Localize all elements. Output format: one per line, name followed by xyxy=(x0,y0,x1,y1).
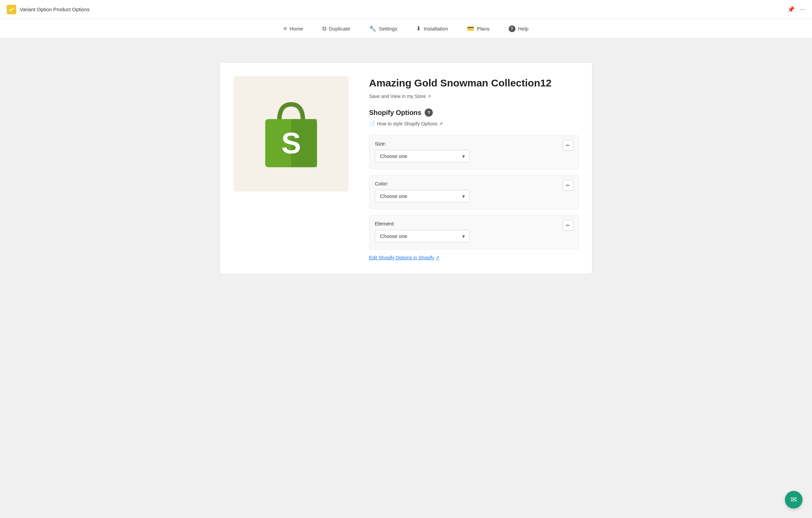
app-title: Variant Option Product Options xyxy=(20,6,90,12)
size-select[interactable]: Choose one xyxy=(375,150,470,162)
svg-text:S: S xyxy=(281,126,301,159)
topbar: Variant Option Product Options 📌 ··· xyxy=(0,0,812,19)
product-info: Amazing Gold Snowman Collection12 Save a… xyxy=(369,76,578,260)
color-label: Color: xyxy=(375,181,573,186)
nav-label-settings: Settings xyxy=(379,26,397,32)
external-link-icon: ↗ xyxy=(427,94,431,99)
doc-icon: 📄 xyxy=(369,121,375,127)
nav-item-settings[interactable]: 🔧 Settings xyxy=(360,19,407,38)
nav-label-plans: Plans xyxy=(477,26,490,32)
installation-icon: ⬇ xyxy=(416,25,421,32)
home-icon: ≡ xyxy=(284,25,287,32)
how-to-style-link[interactable]: 📄 How to style Shopify Options ↗ xyxy=(369,121,578,127)
element-edit-button[interactable]: ✏ xyxy=(563,220,573,231)
shopify-options-help-button[interactable]: ? xyxy=(425,108,433,117)
topbar-actions: 📌 ··· xyxy=(787,6,805,13)
shopify-options-title: Shopify Options ? xyxy=(369,108,578,117)
nav-item-plans[interactable]: 💳 Plans xyxy=(458,19,499,38)
nav-item-home[interactable]: ≡ Home xyxy=(274,19,313,38)
nav-item-duplicate[interactable]: ⧉ Duplicate xyxy=(313,19,360,38)
main-content: S Amazing Gold Snowman Collection12 Save… xyxy=(220,62,592,274)
element-label: Element: xyxy=(375,221,573,226)
save-view-link[interactable]: Save and View in my Store ↗ xyxy=(369,94,578,99)
nav-label-home: Home xyxy=(290,26,303,32)
nav-item-help[interactable]: ? Help xyxy=(499,19,538,38)
size-option-block: Size: Choose one ▼ ✏ xyxy=(369,135,578,170)
plans-icon: 💳 xyxy=(467,25,474,32)
size-edit-button[interactable]: ✏ xyxy=(563,140,573,151)
nav-label-installation: Installation xyxy=(424,26,448,32)
size-select-wrap: Choose one ▼ xyxy=(375,150,470,162)
edit-shopify-ext-icon: ↗ xyxy=(435,255,440,260)
main-nav: ≡ Home ⧉ Duplicate 🔧 Settings ⬇ Installa… xyxy=(0,19,812,39)
color-edit-button[interactable]: ✏ xyxy=(563,180,573,191)
color-select[interactable]: Choose one xyxy=(375,190,470,202)
element-select-wrap: Choose one ▼ xyxy=(375,230,470,242)
more-options-icon[interactable]: ··· xyxy=(800,6,805,13)
element-select[interactable]: Choose one xyxy=(375,230,470,242)
how-to-ext-icon: ↗ xyxy=(439,121,443,126)
product-title: Amazing Gold Snowman Collection12 xyxy=(369,76,578,89)
logo-icon xyxy=(7,5,16,14)
color-option-block: Color: Choose one ▼ ✏ xyxy=(369,175,578,210)
product-image: S xyxy=(234,76,349,192)
nav-label-duplicate: Duplicate xyxy=(329,26,350,32)
color-select-wrap: Choose one ▼ xyxy=(375,190,470,202)
chat-button[interactable]: ✉ xyxy=(785,491,803,509)
edit-shopify-options-link[interactable]: Edit Shopify Options in Shopify ↗ xyxy=(369,255,578,260)
duplicate-icon: ⧉ xyxy=(322,25,326,32)
chat-icon: ✉ xyxy=(791,495,797,504)
save-link-text: Save and View in my Store xyxy=(369,94,426,99)
pin-icon[interactable]: 📌 xyxy=(787,6,795,13)
app-logo: Variant Option Product Options xyxy=(7,5,90,14)
size-label: Size: xyxy=(375,141,573,146)
nav-item-installation[interactable]: ⬇ Installation xyxy=(407,19,458,38)
settings-icon: 🔧 xyxy=(369,25,376,32)
element-option-block: Element: Choose one ▼ ✏ xyxy=(369,215,578,250)
nav-label-help: Help xyxy=(518,26,529,32)
help-icon: ? xyxy=(509,25,515,32)
